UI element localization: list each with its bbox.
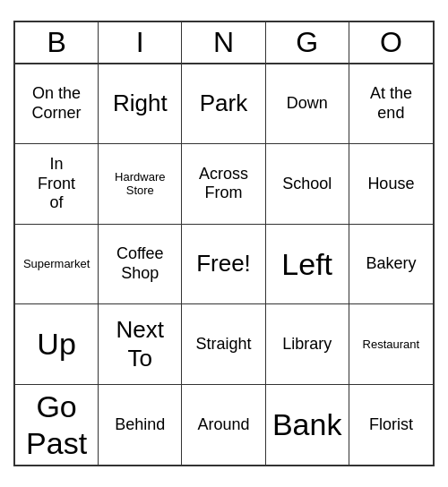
- bingo-cell-8[interactable]: School: [266, 144, 349, 225]
- bingo-cell-21[interactable]: Behind: [99, 385, 182, 466]
- bingo-cell-16[interactable]: Next To: [99, 304, 182, 385]
- cell-text-19: Restaurant: [363, 337, 420, 352]
- cell-text-11: Coffee Shop: [116, 244, 164, 283]
- bingo-cell-0[interactable]: On the Corner: [15, 64, 99, 145]
- bingo-cell-17[interactable]: Straight: [182, 304, 265, 385]
- cell-text-13: Left: [281, 246, 332, 283]
- bingo-cell-13[interactable]: Left: [266, 225, 349, 305]
- cell-text-12: Free!: [196, 250, 251, 278]
- bingo-cell-3[interactable]: Down: [266, 64, 349, 145]
- bingo-cell-18[interactable]: Library: [266, 304, 349, 385]
- bingo-cell-2[interactable]: Park: [182, 64, 265, 145]
- bingo-cell-20[interactable]: Go Past: [15, 385, 99, 466]
- cell-text-16: Next To: [116, 316, 164, 372]
- bingo-cell-19[interactable]: Restaurant: [349, 304, 433, 385]
- bingo-cell-11[interactable]: Coffee Shop: [99, 225, 182, 305]
- header-letter-n: N: [182, 22, 265, 63]
- cell-text-14: Bakery: [366, 254, 416, 274]
- cell-text-21: Behind: [115, 415, 165, 435]
- cell-text-24: Florist: [369, 415, 413, 435]
- bingo-cell-7[interactable]: Across From: [182, 144, 265, 225]
- cell-text-10: Supermarket: [23, 257, 90, 271]
- bingo-cell-10[interactable]: Supermarket: [15, 225, 99, 305]
- cell-text-8: School: [282, 175, 332, 194]
- cell-text-4: At the end: [370, 84, 412, 123]
- cell-text-23: Bank: [272, 406, 342, 443]
- bingo-cell-5[interactable]: In Front of: [15, 144, 99, 225]
- cell-text-1: Right: [113, 90, 168, 117]
- cell-text-3: Down: [287, 94, 328, 114]
- cell-text-2: Park: [200, 90, 247, 117]
- bingo-cell-22[interactable]: Around: [182, 385, 265, 466]
- cell-text-6: Hardware Store: [115, 170, 165, 198]
- header-letter-b: B: [15, 22, 99, 63]
- header-letter-i: I: [99, 22, 182, 63]
- cell-text-5: In Front of: [38, 155, 75, 213]
- bingo-card: BINGO On the CornerRightParkDownAt the e…: [13, 21, 435, 467]
- header-letter-g: G: [266, 22, 349, 63]
- cell-text-18: Library: [282, 335, 332, 355]
- cell-text-9: House: [367, 175, 414, 194]
- cell-text-7: Across From: [199, 165, 248, 203]
- bingo-cell-15[interactable]: Up: [15, 304, 99, 385]
- header-letter-o: O: [349, 22, 433, 63]
- bingo-cell-12[interactable]: Free!: [182, 225, 265, 305]
- bingo-cell-9[interactable]: House: [349, 144, 433, 225]
- bingo-cell-24[interactable]: Florist: [349, 385, 433, 466]
- cell-text-20: Go Past: [26, 389, 87, 462]
- bingo-header: BINGO: [15, 22, 433, 64]
- cell-text-15: Up: [37, 326, 75, 363]
- bingo-cell-23[interactable]: Bank: [266, 385, 349, 466]
- bingo-cell-14[interactable]: Bakery: [349, 225, 433, 305]
- bingo-grid: On the CornerRightParkDownAt the endIn F…: [15, 64, 433, 466]
- bingo-cell-6[interactable]: Hardware Store: [99, 144, 182, 225]
- cell-text-0: On the Corner: [32, 84, 82, 123]
- cell-text-17: Straight: [195, 335, 251, 355]
- cell-text-22: Around: [197, 415, 249, 435]
- bingo-cell-1[interactable]: Right: [99, 64, 182, 145]
- bingo-cell-4[interactable]: At the end: [349, 64, 433, 145]
